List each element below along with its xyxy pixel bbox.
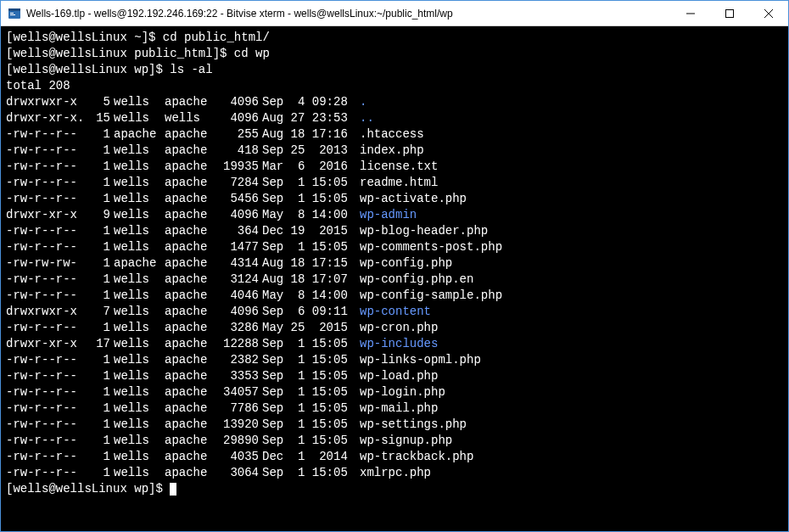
terminal-area[interactable]: [wells@wellsLinux ~]$ cd public_html/[we…	[1, 26, 788, 531]
permissions: drwxrwxr-x	[6, 94, 87, 110]
ls-entry: -rw-r--r--1wellsapache3124Aug 18 17:07wp…	[6, 272, 783, 288]
date: Sep 1 15:05	[259, 417, 356, 433]
permissions: -rw-r--r--	[6, 368, 87, 384]
filename: license.txt	[356, 159, 438, 175]
filename: wp-signup.php	[356, 433, 452, 449]
group: apache	[161, 272, 212, 288]
link-count: 5	[87, 94, 110, 110]
owner: wells	[110, 400, 161, 417]
filename: wp-config.php.en	[356, 272, 473, 288]
group: apache	[161, 288, 212, 304]
filename: wp-admin	[356, 207, 417, 223]
group: apache	[161, 94, 212, 110]
owner: wells	[110, 288, 161, 304]
link-count: 1	[87, 175, 110, 191]
link-count: 15	[87, 110, 110, 126]
filename: wp-trackback.php	[356, 449, 473, 465]
permissions: -rw-r--r--	[6, 320, 87, 336]
group: apache	[161, 126, 212, 143]
group: apache	[161, 143, 212, 159]
prompt-ps1: [wells@wellsLinux wp]$	[6, 482, 170, 496]
titlebar[interactable]: Wells-169.tlp - wells@192.192.246.169:22…	[1, 1, 788, 26]
date: Sep 1 15:05	[259, 352, 356, 368]
ls-entry: -rw-r--r--1wellsapache3286May 25 2015wp-…	[6, 320, 783, 336]
ls-entry: -rw-r--r--1wellsapache7786Sep 1 15:05wp-…	[6, 400, 783, 417]
permissions: -rw-r--r--	[6, 465, 87, 481]
svg-rect-5	[726, 10, 734, 18]
size: 7786	[212, 400, 259, 417]
size: 364	[212, 223, 259, 239]
permissions: -rw-r--r--	[6, 449, 87, 465]
link-count: 1	[87, 384, 110, 400]
group: apache	[161, 304, 212, 320]
size: 34057	[212, 384, 259, 400]
size: 4096	[212, 304, 259, 320]
ls-entry: -rw-r--r--1wellsapache34057Sep 1 15:05wp…	[6, 384, 783, 400]
date: Dec 19 2015	[259, 223, 356, 239]
group: apache	[161, 449, 212, 465]
svg-rect-3	[10, 14, 15, 15]
filename: readme.html	[356, 175, 438, 191]
owner: wells	[110, 143, 161, 159]
permissions: -rw-r--r--	[6, 143, 87, 159]
date: Sep 1 15:05	[259, 336, 356, 352]
filename: wp-links-opml.php	[356, 352, 481, 368]
owner: wells	[110, 223, 161, 239]
link-count: 1	[87, 272, 110, 288]
permissions: -rw-r--r--	[6, 384, 87, 400]
size: 4096	[212, 94, 259, 110]
date: Dec 1 2014	[259, 449, 356, 465]
group: apache	[161, 320, 212, 336]
ls-entry: -rw-r--r--1wellsapache3064Sep 1 15:05xml…	[6, 465, 783, 481]
link-count: 7	[87, 304, 110, 320]
group: apache	[161, 175, 212, 191]
ls-entry: -rw-r--r--1wellsapache364Dec 19 2015wp-b…	[6, 223, 783, 239]
size: 3124	[212, 272, 259, 288]
link-count: 1	[87, 255, 110, 272]
ls-entry: -rw-r--r--1wellsapache1477Sep 1 15:05wp-…	[6, 239, 783, 255]
date: Sep 1 15:05	[259, 368, 356, 384]
group: wells	[161, 110, 212, 126]
filename: index.php	[356, 143, 424, 159]
close-button[interactable]	[749, 1, 788, 26]
prompt-line: [wells@wellsLinux ~]$ cd public_html/	[6, 30, 783, 46]
group: apache	[161, 223, 212, 239]
size: 418	[212, 143, 259, 159]
ls-entry: drwxr-xr-x9wellsapache4096May 8 14:00wp-…	[6, 207, 783, 223]
filename: wp-content	[356, 304, 431, 320]
ls-entry: -rw-r--r--1wellsapache5456Sep 1 15:05wp-…	[6, 191, 783, 207]
owner: wells	[110, 272, 161, 288]
svg-rect-1	[8, 8, 20, 11]
ls-entry: drwxr-xr-x.15wellswells4096Aug 27 23:53.…	[6, 110, 783, 126]
command-text: ls -al	[170, 63, 212, 76]
svg-rect-2	[10, 13, 14, 14]
minimize-button[interactable]	[671, 1, 710, 26]
date: Sep 1 15:05	[259, 400, 356, 417]
size: 4096	[212, 207, 259, 223]
total-line: total 208	[6, 78, 783, 94]
permissions: -rw-r--r--	[6, 433, 87, 449]
ls-entry: -rw-r--r--1wellsapache4035Dec 1 2014wp-t…	[6, 449, 783, 465]
owner: wells	[110, 94, 161, 110]
owner: wells	[110, 159, 161, 175]
maximize-button[interactable]	[710, 1, 749, 26]
ls-entry: -rw-rw-rw-1apacheapache4314Aug 18 17:15w…	[6, 255, 783, 272]
filename: wp-cron.php	[356, 320, 438, 336]
group: apache	[161, 417, 212, 433]
permissions: -rw-r--r--	[6, 191, 87, 207]
group: apache	[161, 433, 212, 449]
date: Sep 4 09:28	[259, 94, 356, 110]
date: Aug 18 17:15	[259, 255, 356, 272]
size: 3353	[212, 368, 259, 384]
permissions: drwxr-xr-x.	[6, 110, 87, 126]
size: 4314	[212, 255, 259, 272]
date: Sep 1 15:05	[259, 384, 356, 400]
size: 2382	[212, 352, 259, 368]
filename: wp-config-sample.php	[356, 288, 502, 304]
filename: wp-login.php	[356, 384, 445, 400]
size: 4035	[212, 449, 259, 465]
group: apache	[161, 384, 212, 400]
permissions: -rw-rw-rw-	[6, 255, 87, 272]
owner: wells	[110, 175, 161, 191]
filename: wp-activate.php	[356, 191, 467, 207]
